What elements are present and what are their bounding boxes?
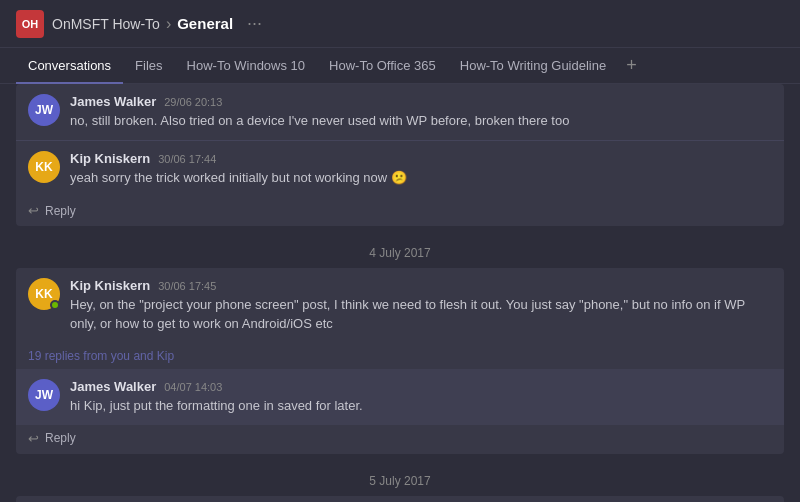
tab-how-to-writing-guideline[interactable]: How-To Writing Guideline (448, 48, 618, 84)
breadcrumb: OnMSFT How-To › General ··· (52, 13, 262, 34)
message-author: James Walker (70, 94, 156, 109)
header: OH OnMSFT How-To › General ··· (0, 0, 800, 48)
message-time: 30/06 17:44 (158, 153, 216, 165)
reply-icon: ↩ (28, 431, 39, 446)
message-text: no, still broken. Also tried on a device… (70, 112, 772, 130)
tab-files[interactable]: Files (123, 48, 174, 84)
avatar-kip-kniskern: KK (28, 151, 60, 183)
reply-label: Reply (45, 431, 76, 445)
message-kk-phone-screen: KK Kip Kniskern 30/06 17:45 Hey, on the … (16, 268, 784, 342)
message-body: James Walker 29/06 20:13 no, still broke… (70, 94, 772, 130)
message-author: Kip Kniskern (70, 278, 150, 293)
message-jw-formatting: JW James Walker 04/07 14:03 hi Kip, just… (16, 369, 784, 425)
team-avatar: OH (16, 10, 44, 38)
message-time: 04/07 14:03 (164, 381, 222, 393)
reply-icon: ↩ (28, 203, 39, 218)
thread-block-3: JW James Walker 05/07 19:47 Hey Kip. I j… (16, 496, 784, 502)
message-body: James Walker 04/07 14:03 hi Kip, just pu… (70, 379, 772, 415)
message-text: yeah sorry the trick worked initially bu… (70, 169, 772, 187)
more-options-button[interactable]: ··· (247, 13, 262, 34)
breadcrumb-separator: › (166, 15, 171, 33)
online-status-indicator (50, 300, 60, 310)
message-time: 30/06 17:45 (158, 280, 216, 292)
reply-button-1[interactable]: ↩ Reply (16, 197, 784, 226)
team-name: OnMSFT How-To (52, 16, 160, 32)
message-body: Kip Kniskern 30/06 17:45 Hey, on the "pr… (70, 278, 772, 332)
date-separator-july5: 5 July 2017 (16, 462, 784, 496)
tab-conversations[interactable]: Conversations (16, 48, 123, 84)
tab-how-to-office-365[interactable]: How-To Office 365 (317, 48, 448, 84)
avatar-james-walker: JW (28, 94, 60, 126)
message-jw-broken: JW James Walker 29/06 20:13 no, still br… (16, 84, 784, 140)
message-jw-onedrive: JW James Walker 05/07 19:47 Hey Kip. I j… (16, 496, 784, 502)
replies-count[interactable]: 19 replies from you and Kip (16, 343, 784, 369)
conversation-content: JW James Walker 29/06 20:13 no, still br… (0, 84, 800, 502)
message-time: 29/06 20:13 (164, 96, 222, 108)
channel-name: General (177, 15, 233, 32)
reply-label: Reply (45, 204, 76, 218)
thread-block-1: JW James Walker 29/06 20:13 no, still br… (16, 84, 784, 226)
message-body: Kip Kniskern 30/06 17:44 yeah sorry the … (70, 151, 772, 187)
avatar-james-walker-2: JW (28, 379, 60, 411)
tab-how-to-windows-10[interactable]: How-To Windows 10 (175, 48, 318, 84)
avatar-kip-kniskern-2: KK (28, 278, 60, 310)
thread-block-2: KK Kip Kniskern 30/06 17:45 Hey, on the … (16, 268, 784, 454)
message-text: Hey, on the "project your phone screen" … (70, 296, 772, 332)
message-author: James Walker (70, 379, 156, 394)
reply-button-2[interactable]: ↩ Reply (16, 425, 784, 454)
message-text: hi Kip, just put the formatting one in s… (70, 397, 772, 415)
tab-bar: Conversations Files How-To Windows 10 Ho… (0, 48, 800, 84)
message-author: Kip Kniskern (70, 151, 150, 166)
date-separator-july4: 4 July 2017 (16, 234, 784, 268)
message-kk-sorry: KK Kip Kniskern 30/06 17:44 yeah sorry t… (16, 140, 784, 197)
add-tab-button[interactable]: + (618, 55, 645, 76)
